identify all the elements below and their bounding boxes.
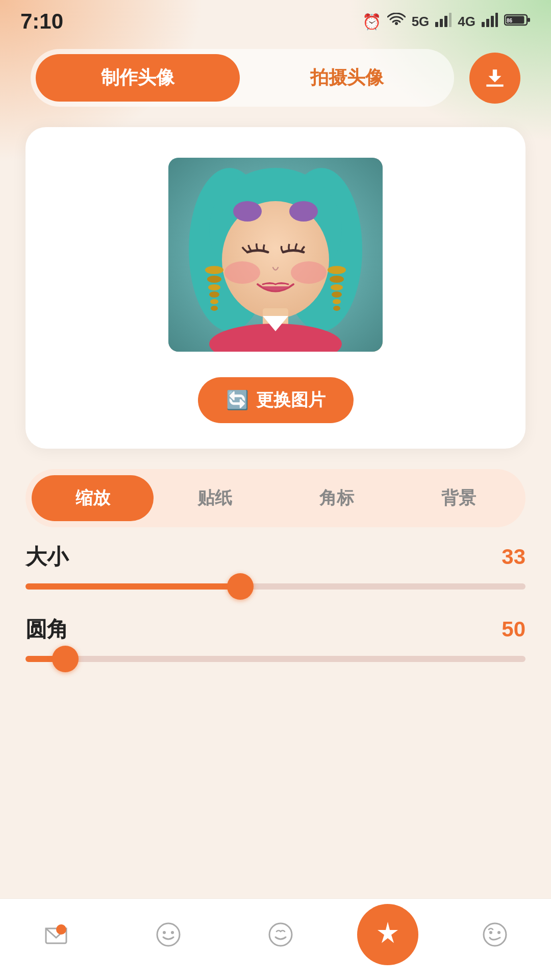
svg-rect-10 <box>528 18 530 22</box>
svg-point-28 <box>332 291 342 298</box>
svg-point-19 <box>205 266 223 274</box>
size-label: 大小 <box>26 543 68 571</box>
svg-point-23 <box>210 299 218 304</box>
tabs-container: 制作头像 拍摄头像 <box>31 49 454 107</box>
tool-tab-sticker[interactable]: 贴纸 <box>154 475 276 521</box>
svg-point-42 <box>497 931 500 934</box>
battery-icon: 86 <box>504 13 531 31</box>
svg-point-39 <box>269 923 292 946</box>
signal-bars-icon <box>435 13 452 31</box>
sparkle-icon <box>372 919 403 950</box>
svg-point-36 <box>157 923 180 946</box>
svg-rect-1 <box>440 19 443 27</box>
status-icons: ⏰ 5G 4G <box>362 13 531 31</box>
change-image-button[interactable]: 🔄 更换图片 <box>198 377 354 423</box>
bottom-nav <box>0 898 551 980</box>
svg-point-35 <box>56 924 66 935</box>
header-tabs: 制作头像 拍摄头像 <box>0 39 551 117</box>
size-slider-fill <box>26 583 240 590</box>
svg-text:86: 86 <box>507 18 513 23</box>
svg-point-41 <box>489 931 492 934</box>
status-time: 7:10 <box>20 9 63 34</box>
tool-tab-background[interactable]: 背景 <box>397 475 519 521</box>
nav-item-2[interactable] <box>133 904 204 965</box>
signal-5g-icon: 5G <box>412 14 430 30</box>
size-label-row: 大小 33 <box>26 543 525 571</box>
corner-value: 50 <box>502 617 525 642</box>
svg-rect-4 <box>482 22 485 27</box>
svg-point-21 <box>208 284 220 290</box>
face1-icon <box>153 919 184 950</box>
svg-point-38 <box>171 931 174 934</box>
alarm-icon: ⏰ <box>362 13 381 31</box>
svg-point-25 <box>328 266 346 274</box>
tab-make-avatar[interactable]: 制作头像 <box>36 54 240 102</box>
svg-point-17 <box>224 261 260 284</box>
nav-item-4[interactable] <box>459 904 531 965</box>
svg-point-20 <box>207 276 221 283</box>
signal-bars2-icon <box>482 13 498 31</box>
anime-illustration <box>168 158 383 352</box>
svg-point-40 <box>484 923 506 946</box>
envelope-icon <box>41 919 71 950</box>
image-card: 🔄 更换图片 <box>26 127 525 449</box>
nav-center-button[interactable] <box>357 904 418 965</box>
face3-icon <box>480 919 510 950</box>
wifi-icon <box>387 13 406 31</box>
svg-point-29 <box>333 299 341 304</box>
size-slider-row: 大小 33 <box>26 543 525 590</box>
svg-rect-2 <box>444 16 447 27</box>
signal-4g-icon: 4G <box>458 14 475 30</box>
corner-slider-track[interactable] <box>26 656 525 662</box>
tab-capture-avatar[interactable]: 拍摄头像 <box>245 54 449 102</box>
svg-point-22 <box>209 291 219 298</box>
svg-point-32 <box>289 201 318 222</box>
svg-point-24 <box>211 306 218 311</box>
size-slider-track[interactable] <box>26 583 525 590</box>
svg-point-26 <box>330 276 344 283</box>
nav-item-1[interactable] <box>20 904 92 965</box>
svg-point-18 <box>291 261 327 284</box>
image-preview <box>168 158 383 352</box>
size-value: 33 <box>502 545 525 569</box>
svg-point-31 <box>233 201 262 222</box>
svg-rect-6 <box>491 16 494 27</box>
download-icon <box>482 65 508 91</box>
change-image-icon: 🔄 <box>226 389 249 411</box>
nav-item-3[interactable] <box>245 904 316 965</box>
sliders-section: 大小 33 圆角 50 <box>26 543 525 662</box>
svg-rect-0 <box>435 22 438 27</box>
size-slider-thumb[interactable] <box>227 573 254 600</box>
corner-slider-row: 圆角 50 <box>26 615 525 662</box>
tool-tab-zoom[interactable]: 缩放 <box>32 475 154 521</box>
tool-tab-badge[interactable]: 角标 <box>276 475 397 521</box>
svg-point-37 <box>163 931 166 934</box>
change-image-label: 更换图片 <box>256 388 325 412</box>
svg-point-30 <box>333 306 340 311</box>
corner-label-row: 圆角 50 <box>26 615 525 644</box>
svg-rect-7 <box>495 13 498 27</box>
svg-rect-3 <box>449 13 452 27</box>
status-bar: 7:10 ⏰ 5G 4G <box>0 0 551 39</box>
svg-rect-5 <box>486 19 489 27</box>
download-button[interactable] <box>469 53 520 104</box>
tool-tabs: 缩放 贴纸 角标 背景 <box>26 469 525 527</box>
corner-label: 圆角 <box>26 615 68 644</box>
corner-slider-thumb[interactable] <box>52 646 79 672</box>
svg-point-27 <box>331 284 343 290</box>
face2-icon <box>265 919 296 950</box>
